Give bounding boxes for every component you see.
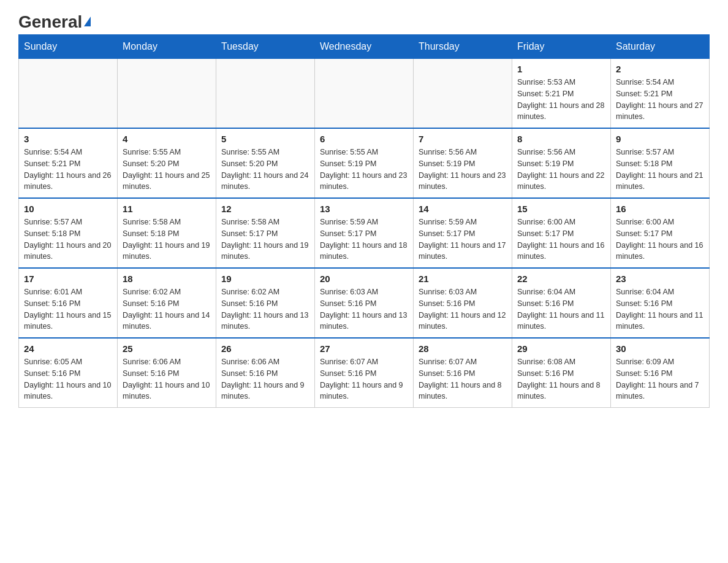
weekday-header-tuesday: Tuesday: [216, 35, 315, 59]
day-number: 15: [517, 204, 605, 214]
day-info: Sunrise: 5:54 AM Sunset: 5:21 PM Dayligh…: [616, 77, 704, 123]
day-number: 21: [419, 274, 507, 284]
weekday-header-row: SundayMondayTuesdayWednesdayThursdayFrid…: [19, 35, 710, 59]
day-number: 4: [123, 134, 211, 144]
day-number: 22: [517, 274, 605, 284]
calendar-cell: 19Sunrise: 6:02 AM Sunset: 5:16 PM Dayli…: [216, 268, 315, 338]
day-info: Sunrise: 5:58 AM Sunset: 5:17 PM Dayligh…: [221, 216, 309, 262]
calendar-cell: 20Sunrise: 6:03 AM Sunset: 5:16 PM Dayli…: [315, 268, 414, 338]
calendar-cell: 13Sunrise: 5:59 AM Sunset: 5:17 PM Dayli…: [315, 198, 414, 268]
calendar-cell: 8Sunrise: 5:56 AM Sunset: 5:19 PM Daylig…: [512, 128, 611, 198]
calendar-cell: 22Sunrise: 6:04 AM Sunset: 5:16 PM Dayli…: [512, 268, 611, 338]
logo: General: [18, 12, 91, 28]
calendar-week-row: 10Sunrise: 5:57 AM Sunset: 5:18 PM Dayli…: [19, 198, 710, 268]
day-number: 20: [320, 274, 408, 284]
calendar-week-row: 1Sunrise: 5:53 AM Sunset: 5:21 PM Daylig…: [19, 59, 710, 129]
day-number: 19: [221, 274, 309, 284]
weekday-header-wednesday: Wednesday: [315, 35, 414, 59]
day-info: Sunrise: 5:55 AM Sunset: 5:19 PM Dayligh…: [320, 147, 408, 193]
day-number: 27: [320, 343, 408, 354]
day-info: Sunrise: 5:57 AM Sunset: 5:18 PM Dayligh…: [616, 147, 704, 193]
calendar-cell: 4Sunrise: 5:55 AM Sunset: 5:20 PM Daylig…: [118, 128, 216, 198]
day-info: Sunrise: 6:01 AM Sunset: 5:16 PM Dayligh…: [24, 286, 112, 332]
day-number: 30: [616, 343, 704, 354]
calendar-week-row: 3Sunrise: 5:54 AM Sunset: 5:21 PM Daylig…: [19, 128, 710, 198]
logo-general-text: General: [18, 12, 82, 32]
day-number: 5: [221, 134, 309, 144]
calendar-cell: 7Sunrise: 5:56 AM Sunset: 5:19 PM Daylig…: [414, 128, 512, 198]
calendar-cell: 25Sunrise: 6:06 AM Sunset: 5:16 PM Dayli…: [118, 338, 216, 408]
day-info: Sunrise: 5:57 AM Sunset: 5:18 PM Dayligh…: [24, 216, 112, 262]
day-number: 16: [616, 204, 704, 214]
day-number: 1: [517, 64, 605, 74]
day-number: 25: [123, 343, 211, 354]
calendar-cell: 27Sunrise: 6:07 AM Sunset: 5:16 PM Dayli…: [315, 338, 414, 408]
weekday-header-monday: Monday: [118, 35, 216, 59]
calendar-week-row: 24Sunrise: 6:05 AM Sunset: 5:16 PM Dayli…: [19, 338, 710, 408]
calendar-cell: 16Sunrise: 6:00 AM Sunset: 5:17 PM Dayli…: [611, 198, 710, 268]
day-number: 3: [24, 134, 112, 144]
day-info: Sunrise: 5:56 AM Sunset: 5:19 PM Dayligh…: [419, 147, 507, 193]
day-number: 14: [419, 204, 507, 214]
weekday-header-thursday: Thursday: [414, 35, 512, 59]
day-number: 23: [616, 274, 704, 284]
calendar-cell: 5Sunrise: 5:55 AM Sunset: 5:20 PM Daylig…: [216, 128, 315, 198]
calendar-cell: 26Sunrise: 6:06 AM Sunset: 5:16 PM Dayli…: [216, 338, 315, 408]
day-number: 17: [24, 274, 112, 284]
day-number: 9: [616, 134, 704, 144]
calendar-cell: 29Sunrise: 6:08 AM Sunset: 5:16 PM Dayli…: [512, 338, 611, 408]
calendar-cell: 30Sunrise: 6:09 AM Sunset: 5:16 PM Dayli…: [611, 338, 710, 408]
calendar-cell: 1Sunrise: 5:53 AM Sunset: 5:21 PM Daylig…: [512, 59, 611, 129]
day-number: 6: [320, 134, 408, 144]
day-info: Sunrise: 5:54 AM Sunset: 5:21 PM Dayligh…: [24, 147, 112, 193]
calendar-cell: 17Sunrise: 6:01 AM Sunset: 5:16 PM Dayli…: [19, 268, 118, 338]
calendar-cell: [19, 59, 118, 129]
calendar-cell: 10Sunrise: 5:57 AM Sunset: 5:18 PM Dayli…: [19, 198, 118, 268]
day-number: 8: [517, 134, 605, 144]
day-info: Sunrise: 5:55 AM Sunset: 5:20 PM Dayligh…: [221, 147, 309, 193]
calendar-cell: [216, 59, 315, 129]
day-info: Sunrise: 6:07 AM Sunset: 5:16 PM Dayligh…: [320, 356, 408, 402]
day-info: Sunrise: 5:56 AM Sunset: 5:19 PM Dayligh…: [517, 147, 605, 193]
day-info: Sunrise: 6:00 AM Sunset: 5:17 PM Dayligh…: [517, 216, 605, 262]
calendar-cell: 18Sunrise: 6:02 AM Sunset: 5:16 PM Dayli…: [118, 268, 216, 338]
day-number: 10: [24, 204, 112, 214]
weekday-header-sunday: Sunday: [19, 35, 118, 59]
calendar-cell: 2Sunrise: 5:54 AM Sunset: 5:21 PM Daylig…: [611, 59, 710, 129]
calendar-cell: 6Sunrise: 5:55 AM Sunset: 5:19 PM Daylig…: [315, 128, 414, 198]
day-number: 24: [24, 343, 112, 354]
day-info: Sunrise: 6:04 AM Sunset: 5:16 PM Dayligh…: [517, 286, 605, 332]
logo-triangle-icon: [84, 17, 91, 26]
day-number: 11: [123, 204, 211, 214]
day-info: Sunrise: 6:03 AM Sunset: 5:16 PM Dayligh…: [419, 286, 507, 332]
calendar-cell: 15Sunrise: 6:00 AM Sunset: 5:17 PM Dayli…: [512, 198, 611, 268]
day-number: 13: [320, 204, 408, 214]
day-info: Sunrise: 5:55 AM Sunset: 5:20 PM Dayligh…: [123, 147, 211, 193]
day-info: Sunrise: 6:06 AM Sunset: 5:16 PM Dayligh…: [123, 356, 211, 402]
calendar-cell: 24Sunrise: 6:05 AM Sunset: 5:16 PM Dayli…: [19, 338, 118, 408]
calendar-cell: [414, 59, 512, 129]
day-info: Sunrise: 5:59 AM Sunset: 5:17 PM Dayligh…: [320, 216, 408, 262]
calendar-cell: 12Sunrise: 5:58 AM Sunset: 5:17 PM Dayli…: [216, 198, 315, 268]
weekday-header-saturday: Saturday: [611, 35, 710, 59]
day-info: Sunrise: 6:02 AM Sunset: 5:16 PM Dayligh…: [123, 286, 211, 332]
calendar-cell: [315, 59, 414, 129]
day-info: Sunrise: 6:04 AM Sunset: 5:16 PM Dayligh…: [616, 286, 704, 332]
day-info: Sunrise: 6:06 AM Sunset: 5:16 PM Dayligh…: [221, 356, 309, 402]
day-number: 18: [123, 274, 211, 284]
calendar-cell: [118, 59, 216, 129]
calendar-cell: 3Sunrise: 5:54 AM Sunset: 5:21 PM Daylig…: [19, 128, 118, 198]
day-number: 26: [221, 343, 309, 354]
day-info: Sunrise: 6:00 AM Sunset: 5:17 PM Dayligh…: [616, 216, 704, 262]
day-number: 2: [616, 64, 704, 74]
day-number: 12: [221, 204, 309, 214]
calendar-cell: 21Sunrise: 6:03 AM Sunset: 5:16 PM Dayli…: [414, 268, 512, 338]
day-number: 7: [419, 134, 507, 144]
day-info: Sunrise: 5:58 AM Sunset: 5:18 PM Dayligh…: [123, 216, 211, 262]
day-info: Sunrise: 5:59 AM Sunset: 5:17 PM Dayligh…: [419, 216, 507, 262]
calendar-cell: 9Sunrise: 5:57 AM Sunset: 5:18 PM Daylig…: [611, 128, 710, 198]
calendar-table: SundayMondayTuesdayWednesdayThursdayFrid…: [18, 34, 710, 408]
calendar-week-row: 17Sunrise: 6:01 AM Sunset: 5:16 PM Dayli…: [19, 268, 710, 338]
weekday-header-friday: Friday: [512, 35, 611, 59]
day-info: Sunrise: 6:02 AM Sunset: 5:16 PM Dayligh…: [221, 286, 309, 332]
